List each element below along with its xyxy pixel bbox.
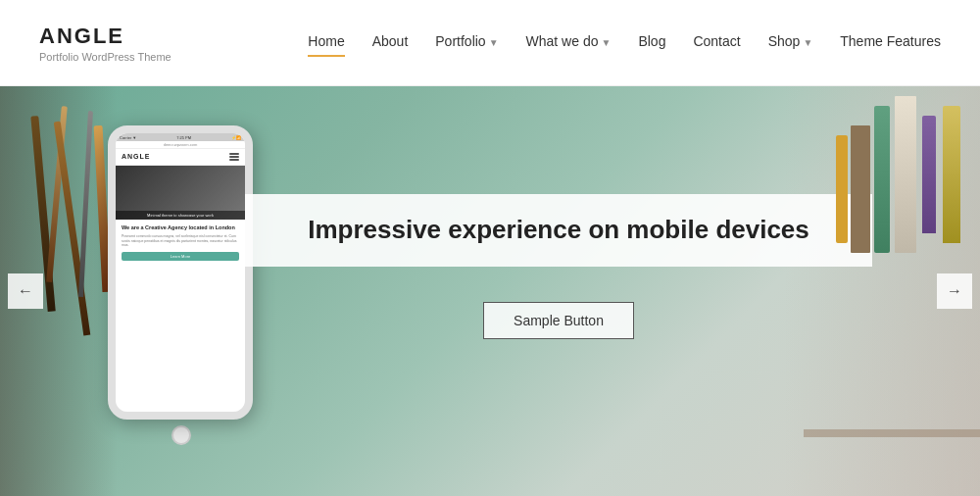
site-header: ANGLE Portfolio WordPress Theme Home Abo… — [0, 0, 980, 86]
prev-arrow-icon: ← — [18, 282, 33, 300]
phone-logo: ANGLE — [122, 153, 151, 160]
logo: ANGLE Portfolio WordPress Theme — [39, 24, 172, 63]
shop-chevron: ▼ — [803, 37, 812, 48]
phone-content: We are a Creative Agency located in Lond… — [116, 220, 245, 271]
portfolio-chevron: ▼ — [489, 37, 499, 48]
logo-subtitle: Portfolio WordPress Theme — [39, 51, 172, 63]
prev-slide-button[interactable]: ← — [8, 273, 43, 309]
logo-title: ANGLE — [39, 24, 172, 49]
nav-item-blog[interactable]: Blog — [638, 33, 665, 53]
nav-item-about[interactable]: About — [372, 33, 409, 53]
nav-item-home[interactable]: Home — [308, 33, 344, 53]
next-slide-button[interactable]: → — [937, 273, 972, 309]
hero-cta-area: Sample Button — [245, 302, 872, 339]
what-we-do-chevron: ▼ — [601, 37, 611, 48]
nav-item-portfolio[interactable]: Portfolio▼ — [435, 33, 498, 53]
nav-item-contact[interactable]: Contact — [693, 33, 740, 53]
phone-cta-button: Learn More — [122, 252, 239, 261]
phone-nav: ANGLE — [116, 149, 245, 166]
hero-text-box: Impressive experience on mobile devices — [245, 194, 872, 267]
phone-hero-image: Minimal theme to showcase your work — [116, 166, 245, 220]
phone-heading: We are a Creative Agency located in Lond… — [122, 224, 239, 231]
phone-home-button — [172, 425, 191, 445]
hero-section: Carrier ▼ 7:25 PM ⚡📶 demo.wpzoom.com ANG… — [0, 86, 980, 496]
sample-button[interactable]: Sample Button — [483, 302, 634, 339]
phone-mockup: Carrier ▼ 7:25 PM ⚡📶 demo.wpzoom.com ANG… — [108, 125, 255, 459]
next-arrow-icon: → — [947, 282, 962, 300]
nav-item-what-we-do[interactable]: What we do▼ — [526, 33, 612, 53]
nav-item-shop[interactable]: Shop▼ — [768, 33, 813, 53]
phone-screen: Carrier ▼ 7:25 PM ⚡📶 demo.wpzoom.com ANG… — [116, 133, 245, 412]
hero-title: Impressive experience on mobile devices — [274, 214, 843, 247]
nav-item-theme-features[interactable]: Theme Features — [840, 33, 941, 53]
main-nav: Home About Portfolio▼ What we do▼ Blog C… — [308, 33, 941, 53]
phone-hamburger-icon — [229, 153, 239, 161]
phone-outer: Carrier ▼ 7:25 PM ⚡📶 demo.wpzoom.com ANG… — [108, 125, 253, 420]
phone-body: Praesent commodo cursus magna, vel scele… — [122, 234, 239, 249]
